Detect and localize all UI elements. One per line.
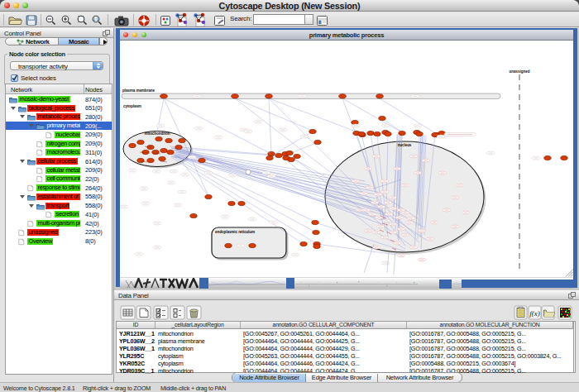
svg-text:1:1: 1:1 (93, 17, 99, 22)
svg-text:nucleus: nucleus (398, 143, 412, 147)
svg-text:f(x): f(x) (529, 309, 540, 318)
svg-text:cytoplasm: cytoplasm (123, 104, 141, 108)
svg-text:endoplasmic reticulum: endoplasmic reticulum (215, 230, 255, 234)
svg-text:plasma membrane: plasma membrane (122, 88, 155, 93)
svg-text:mitochondrion: mitochondrion (145, 131, 170, 136)
svg-text:unassigned: unassigned (509, 69, 529, 74)
